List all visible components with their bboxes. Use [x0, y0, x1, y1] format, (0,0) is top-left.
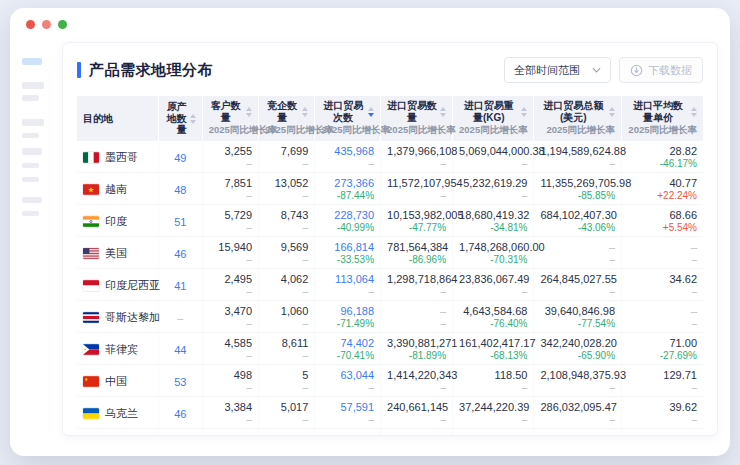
metric-value: 39.62 [628, 400, 697, 414]
metric-cell: 498– [202, 365, 258, 397]
sidebar-skeleton-item [22, 95, 39, 101]
metric-cell: 7,699– [259, 141, 315, 173]
download-data-button[interactable]: 下载数据 [619, 57, 703, 83]
yoy-growth: – [265, 222, 308, 234]
yoy-growth: – [209, 222, 252, 234]
metric-value: 5 [265, 368, 308, 382]
sort-icon[interactable] [609, 107, 615, 117]
destination-cell: 墨西哥 [77, 141, 158, 173]
sidebar-item-active[interactable] [22, 58, 42, 65]
sort-icon[interactable] [302, 107, 308, 117]
metric-value: 3,255 [209, 144, 252, 158]
yoy-growth: – [628, 286, 697, 298]
sort-icon[interactable] [521, 107, 527, 117]
traffic-light-close-icon[interactable] [26, 20, 35, 29]
metric-value: 5,729 [209, 208, 252, 222]
yoy-growth: – [628, 254, 697, 266]
metric-value: 240,661,145 [387, 400, 446, 414]
yoy-growth: – [459, 158, 527, 170]
metric-value: – [628, 304, 697, 318]
metric-value: 40.77 [628, 176, 697, 190]
table-row: 美国4615,940–9,569–166,814-33.53%781,564,3… [77, 237, 703, 269]
yoy-growth: -34.81% [459, 222, 527, 234]
metric-value: 1,414,220,343 [387, 368, 446, 382]
yoy-growth: -27.69% [628, 350, 697, 362]
metric-value[interactable]: 56,238 [321, 432, 374, 436]
flag-in-icon [83, 216, 99, 227]
sort-icon[interactable] [691, 107, 697, 117]
metric-value: 161,402,417.17 [459, 336, 527, 350]
traffic-light-zoom-icon[interactable] [58, 20, 67, 29]
metric-value: 15,940 [209, 240, 252, 254]
metric-value[interactable]: 228,730 [321, 208, 374, 222]
destination-cell: 菲律宾 [77, 333, 158, 365]
metric-cell: 7,851– [202, 173, 258, 205]
origin-count-link[interactable]: 53 [174, 376, 186, 388]
metric-value: 286,032,095.47 [540, 400, 615, 414]
metric-cell: 8,611– [259, 333, 315, 365]
yoy-growth: – [321, 414, 374, 426]
metric-value: 781,564,384 [387, 240, 446, 254]
origin-count-link[interactable]: 48 [174, 184, 186, 196]
sort-icon[interactable] [440, 107, 446, 117]
window-titlebar [10, 8, 730, 40]
origin-count-link[interactable]: 46 [174, 408, 186, 420]
origin-count-cell: 1 [158, 429, 202, 437]
table-row: 越南487,851–13,052–273,366-87.44%11,572,10… [77, 173, 703, 205]
metric-value: 4,585 [209, 336, 252, 350]
yoy-growth: – [321, 158, 374, 170]
metric-value[interactable]: 96,188 [321, 304, 374, 318]
geo-table: 目的地原产地数量客户数量2025同比增长率竞企数量2025同比增长率进口贸易次数… [77, 96, 703, 436]
metric-value[interactable]: 57,591 [321, 400, 374, 414]
metric-cell: 74,402-70.41% [315, 333, 381, 365]
metric-value[interactable]: 63,044 [321, 368, 374, 382]
column-header[interactable]: 进口贸易数量2025同比增长率 [381, 96, 453, 141]
metric-value[interactable]: 74,402 [321, 336, 374, 350]
metric-value: 9,569 [265, 240, 308, 254]
metric-value: 1,379,966,108 [387, 144, 446, 158]
metric-cell: 57,591– [315, 397, 381, 429]
yoy-growth: – [540, 382, 615, 394]
origin-count-link[interactable]: 49 [174, 152, 186, 164]
flag-ph-icon [83, 344, 99, 355]
origin-count-link[interactable]: 46 [174, 248, 186, 260]
sort-icon[interactable] [190, 114, 196, 124]
sort-icon[interactable] [368, 107, 374, 117]
yoy-growth: -68.13% [459, 350, 527, 362]
column-header[interactable]: 进口贸易重量(KG)2025同比增长率 [453, 96, 534, 141]
metric-cell: 39.62– [622, 397, 703, 429]
metric-value: 684,102,407.30 [540, 208, 615, 222]
column-header: 目的地 [77, 96, 158, 141]
origin-count-link[interactable]: 44 [174, 344, 186, 356]
metric-value[interactable]: 435,968 [321, 144, 374, 158]
column-header[interactable]: 进口贸易次数2025同比增长率 [315, 96, 381, 141]
metric-value[interactable]: 166,814 [321, 240, 374, 254]
metric-cell: 1,060– [259, 301, 315, 333]
metric-cell: 4,643,584.68-76.40% [453, 301, 534, 333]
metric-cell: 5,232,619.29– [453, 173, 534, 205]
column-header[interactable]: 客户数量2025同比增长率 [202, 96, 258, 141]
metric-cell: 435,968– [315, 141, 381, 173]
metric-cell: 71.00-27.69% [622, 333, 703, 365]
metric-cell: 286,032,095.47– [534, 397, 622, 429]
metric-cell: 13,052– [259, 173, 315, 205]
metric-value: 3,390,881,271 [387, 336, 446, 350]
metric-value: 1 [265, 432, 308, 436]
metric-value[interactable]: 113,064 [321, 272, 374, 286]
column-header[interactable]: 进口贸易总额(美元)2025同比增长率 [534, 96, 622, 141]
origin-count-link[interactable]: 51 [174, 216, 186, 228]
country-name: 印度 [105, 215, 127, 227]
time-range-select[interactable]: 全部时间范围 [504, 57, 611, 83]
column-header[interactable]: 进口平均数量单价2025同比增长率 [622, 96, 703, 141]
metric-value[interactable]: 273,366 [321, 176, 374, 190]
yoy-growth: – [209, 190, 252, 202]
yoy-growth: – [459, 414, 527, 426]
sort-icon[interactable] [246, 107, 252, 117]
metric-cell: 63,044– [315, 365, 381, 397]
yoy-growth: – [209, 318, 252, 330]
metric-cell: 10.00– [453, 429, 534, 437]
origin-count-link[interactable]: 41 [174, 280, 186, 292]
column-header[interactable]: 竞企数量2025同比增长率 [259, 96, 315, 141]
column-header[interactable]: 原产地数量 [158, 96, 202, 141]
traffic-light-minimize-icon[interactable] [42, 20, 51, 29]
